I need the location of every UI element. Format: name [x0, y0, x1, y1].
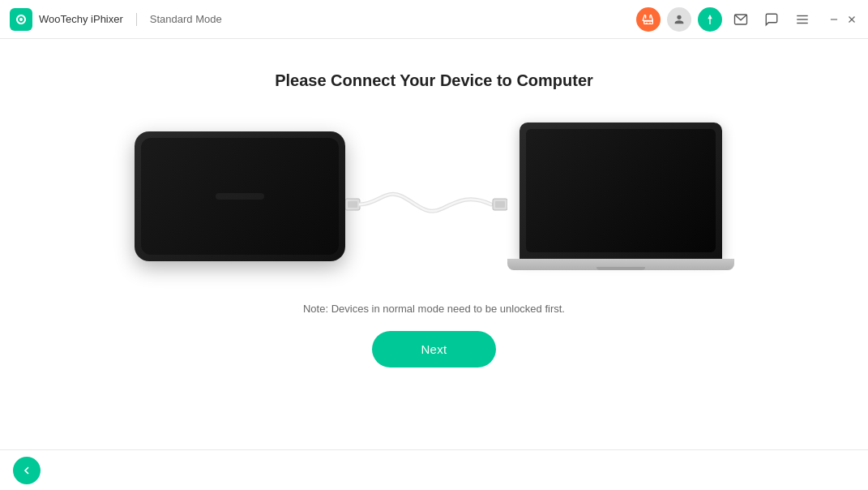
minimize-button[interactable] [827, 13, 840, 26]
laptop-screen [520, 122, 722, 259]
next-button[interactable]: Next [372, 331, 495, 368]
app-logo [10, 8, 32, 31]
back-button[interactable] [13, 457, 41, 484]
title-divider [136, 13, 137, 26]
iphone-illustration [135, 131, 345, 261]
page-title: Please Connect Your Device to Computer [275, 71, 593, 90]
note-text: Note: Devices in normal mode need to be … [303, 303, 565, 315]
laptop-illustration [507, 122, 734, 270]
window-controls [827, 13, 858, 26]
app-name-label: WooTechy iPhixer [39, 13, 123, 25]
chat-icon-button[interactable] [759, 7, 784, 32]
close-button[interactable] [845, 13, 858, 26]
svg-rect-11 [348, 201, 357, 208]
titlebar: WooTechy iPhixer Standard Mode [0, 0, 868, 39]
mail-icon-button[interactable] [729, 7, 753, 32]
laptop-base [507, 259, 734, 270]
svg-point-0 [19, 18, 23, 21]
upgrade-icon-button[interactable] [698, 7, 722, 32]
main-content: Please Connect Your Device to Computer [0, 39, 868, 449]
user-icon-button[interactable] [667, 7, 691, 32]
menu-icon-button[interactable] [790, 7, 815, 32]
titlebar-left: WooTechy iPhixer Standard Mode [10, 8, 636, 31]
bottom-bar [0, 449, 868, 490]
cable-illustration [345, 164, 507, 245]
shop-icon-button[interactable] [636, 7, 661, 32]
svg-point-1 [646, 22, 648, 24]
svg-rect-13 [495, 201, 505, 208]
svg-point-2 [649, 22, 651, 24]
titlebar-right [636, 7, 858, 32]
mode-label: Standard Mode [150, 13, 222, 25]
device-illustration [135, 122, 734, 270]
